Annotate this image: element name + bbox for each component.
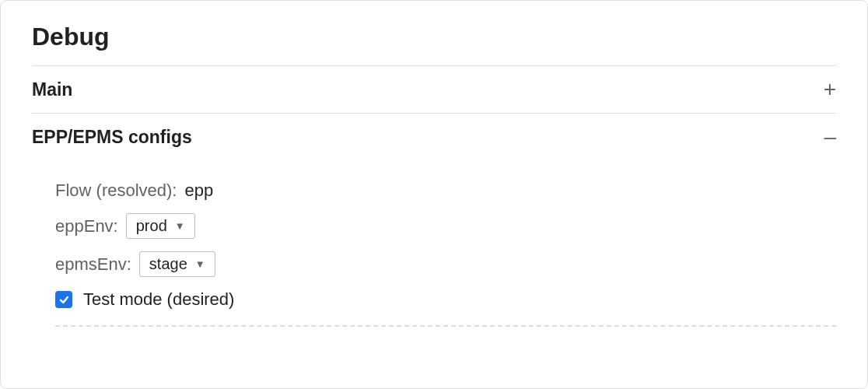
chevron-down-icon: ▼: [195, 258, 205, 270]
section-main-header[interactable]: Main +: [32, 66, 836, 113]
eppenv-label: eppEnv:: [55, 216, 118, 237]
epmsenv-selected: stage: [149, 255, 187, 273]
check-icon: [58, 294, 70, 306]
testmode-checkbox[interactable]: [55, 291, 72, 308]
section-configs-body: Flow (resolved): epp eppEnv: prod ▼ epms…: [32, 160, 836, 336]
epmsenv-select[interactable]: stage ▼: [139, 251, 215, 277]
debug-panel: Debug Main + EPP/EPMS configs – Flow (re…: [0, 0, 868, 389]
section-main-title: Main: [32, 79, 72, 100]
row-eppenv: eppEnv: prod ▼: [55, 213, 836, 239]
dashed-divider: [55, 325, 836, 327]
row-epmsenv: epmsEnv: stage ▼: [55, 251, 836, 277]
plus-icon: +: [824, 79, 836, 100]
section-main: Main +: [32, 65, 836, 113]
section-configs: EPP/EPMS configs – Flow (resolved): epp …: [32, 113, 836, 336]
section-configs-title: EPP/EPMS configs: [32, 127, 192, 148]
flow-label: Flow (resolved):: [55, 180, 177, 201]
flow-value: epp: [184, 180, 213, 201]
eppenv-selected: prod: [136, 217, 167, 235]
panel-title: Debug: [32, 1, 836, 65]
epmsenv-label: epmsEnv:: [55, 254, 131, 275]
section-configs-header[interactable]: EPP/EPMS configs –: [32, 114, 836, 160]
row-flow: Flow (resolved): epp: [55, 180, 836, 201]
chevron-down-icon: ▼: [175, 220, 185, 232]
eppenv-select[interactable]: prod ▼: [126, 213, 195, 239]
minus-icon: –: [824, 126, 836, 148]
testmode-label: Test mode (desired): [83, 289, 234, 310]
row-testmode: Test mode (desired): [55, 289, 836, 310]
